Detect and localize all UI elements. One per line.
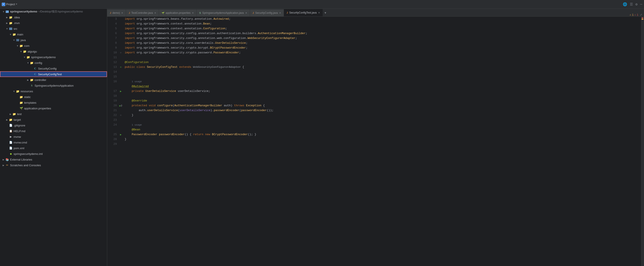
code-line-16-usage: 1 usage — [125, 79, 641, 84]
tab-close-demo[interactable]: ✕ — [121, 12, 123, 14]
fold-icon-22[interactable]: ⊖ — [120, 114, 122, 116]
gutter-run-20[interactable]: ▶ — [119, 104, 121, 107]
xml-icon: 📄 — [9, 146, 13, 150]
sidebar-item-src[interactable]: ▼ src — [0, 26, 107, 32]
gutter-24b — [118, 127, 123, 132]
sidebar-item-com[interactable]: ▼ 📁 com — [0, 43, 107, 48]
line-num-13: 13 — [107, 65, 117, 70]
gutter-6 — [118, 31, 123, 36]
sidebar-item-gitignore[interactable]: ▶ 📄 .gitignore — [0, 122, 107, 128]
gutter-8 — [118, 41, 123, 46]
props-icon-application: 🌱 — [19, 106, 23, 110]
settings-icon[interactable]: ⚙ — [636, 2, 638, 6]
gutter-5 — [118, 26, 123, 31]
tab-close-application[interactable]: ✕ — [192, 12, 194, 14]
gutter-20: ▶ @ — [118, 103, 123, 108]
fold-icon-13[interactable]: ⊖ — [120, 66, 122, 68]
sidebar-item-idea[interactable]: ▶ 📁 .idea — [0, 14, 107, 20]
line-num-12: 12 — [107, 60, 117, 65]
line-num-29: 29 — [107, 142, 117, 146]
editor-indicators: ⚠ 1 ⚠ 1 ⤢ — [630, 13, 644, 16]
tab-securityconfig[interactable]: J SecurityConfig.java ✕ — [250, 10, 284, 16]
sidebar-item-static[interactable]: ▶ 📁 static — [0, 94, 107, 100]
code-editor[interactable]: import org.springframework.beans.factory… — [123, 16, 641, 266]
arrow-target: ▶ — [5, 118, 9, 122]
tab-securityconfigtest[interactable]: J SecurityConfigTest.java ✕ — [284, 9, 323, 16]
application-props-label: application.properties — [24, 107, 51, 110]
sidebar-item-pomxml[interactable]: ▶ 📄 pom.xml — [0, 145, 107, 151]
layout-icon[interactable]: ☰ — [630, 2, 633, 6]
svg-text:P: P — [3, 3, 4, 6]
sidebar-item-helpmd[interactable]: ▶ 📋 HELP.md — [0, 128, 107, 134]
line-num-8: 8 — [107, 41, 117, 46]
sidebar-item-config[interactable]: ▼ 📁 config — [0, 60, 107, 66]
sidebar-item-application-props[interactable]: ▶ 🌱 application.properties — [0, 106, 107, 111]
sidebar-item-templates[interactable]: ▶ 📁 templates — [0, 100, 107, 106]
tab-close-securityconfig[interactable]: ✕ — [279, 12, 281, 14]
sidebar-item-test[interactable]: ▶ 📁 test — [0, 111, 107, 117]
folder-icon-com: 📁 — [19, 44, 23, 48]
test-label: test — [17, 112, 22, 116]
sidebar-item-springsecuritydemo-folder[interactable]: ▼ 📁 springsecuritydemo — [0, 54, 107, 60]
code-line-24: @Bean — [125, 127, 641, 132]
globe-icon[interactable]: 🌐 — [623, 2, 627, 6]
line-num-21: 21 — [107, 108, 117, 113]
sidebar-item-java[interactable]: ▼ J java — [0, 37, 107, 43]
arrow-scratches: ▶ — [2, 164, 5, 167]
securityconfigtest-label: SecurityConfigTest — [38, 72, 62, 76]
sidebar: ▼ springsecuritydemo ~/Desktop/项目/spring… — [0, 9, 107, 266]
expand-icon[interactable]: ⤢ — [640, 13, 642, 16]
gutter-12 — [118, 60, 123, 65]
project-dropdown-arrow[interactable]: ▼ — [16, 3, 17, 6]
code-line-10: import org.springframework.security.cryp… — [125, 50, 641, 55]
sidebar-item-project-root[interactable]: ▼ springsecuritydemo ~/Desktop/项目/spring… — [0, 9, 107, 14]
sidebar-item-iml[interactable]: ▶ ◆ springsecuritydemo.iml — [0, 151, 107, 156]
tab-close-springsecurity[interactable]: ✕ — [245, 12, 247, 14]
main-layout: ▼ springsecuritydemo ~/Desktop/项目/spring… — [0, 9, 644, 266]
folder-icon-target: 📁 — [9, 118, 13, 122]
gutter-16b — [118, 84, 123, 89]
line-num-25: 25 — [107, 132, 117, 137]
tab-close-securityconfigtest[interactable]: ✕ — [318, 12, 320, 14]
tab-application[interactable]: 🌱 application.properties ✕ — [159, 10, 197, 16]
tab-icon-securityconfig: J — [253, 12, 254, 14]
tab-more-button[interactable]: ▼ — [323, 10, 328, 16]
line-num-9: 9 — [107, 46, 117, 50]
sidebar-item-mvnwcmd[interactable]: ▶ 📄 mvnw.cmd — [0, 140, 107, 145]
tab-testcontroller[interactable]: J TestController.java ✕ — [126, 10, 159, 16]
minimize-icon[interactable]: — — [640, 2, 642, 6]
gutter: ⊖ ⊖ ▶ ▶ @ — [118, 16, 123, 266]
line-numbers: 3 4 5 6 7 8 9 10 11 12 13 14 15 16 17 18… — [107, 16, 118, 266]
fold-icon-10[interactable]: ⊖ — [120, 52, 122, 54]
sidebar-item-controller[interactable]: ▶ 📁 controller — [0, 77, 107, 83]
gutter-10: ⊖ — [118, 50, 123, 55]
springsecuritydemo-app-label: SpringsecuritydemoApplication — [34, 84, 74, 87]
tab-springsecurity[interactable]: S SpringsecuritydemoApplication.java ✕ — [197, 10, 250, 16]
arrow-test: ▶ — [9, 112, 12, 116]
sidebar-item-mvn[interactable]: ▶ 📁 .mvn — [0, 20, 107, 26]
warning-count: 1 — [632, 13, 634, 16]
folder-icon-main: 📁 — [12, 32, 16, 36]
sidebar-item-springsecuritydemo-app[interactable]: ▶ S SpringsecuritydemoApplication — [0, 83, 107, 88]
gutter-25: ▶ — [118, 132, 123, 137]
sidebar-item-securityconfig[interactable]: ▶ C SecurityConfig — [0, 66, 107, 71]
arrow-atguigu: ▼ — [19, 50, 23, 53]
gutter-23 — [118, 118, 123, 122]
sidebar-item-external-libraries[interactable]: ▶ 📚 External Libraries — [0, 156, 107, 162]
line-num-6: 6 — [107, 31, 117, 36]
sidebar-item-target[interactable]: ▶ 📁 target — [0, 117, 107, 122]
tab-demo[interactable]: J demo) ✕ — [107, 10, 126, 16]
sidebar-item-atguigu[interactable]: ▼ 📁 atguigu — [0, 48, 107, 54]
code-line-25: PasswordEncoder passwordEncoder() { retu… — [125, 132, 641, 137]
class-icon-springapp: S — [30, 84, 34, 88]
sidebar-item-mvnw[interactable]: ▶ ▶ mvnw — [0, 134, 107, 140]
scratches-label: Scratches and Consoles — [10, 164, 41, 167]
sidebar-item-resources[interactable]: ▼ 📁 resources — [0, 88, 107, 94]
sidebar-item-scratches[interactable]: ▶ ✏ Scratches and Consoles — [0, 162, 107, 168]
project-title[interactable]: Project — [6, 2, 15, 6]
src-label: src — [14, 27, 17, 30]
sidebar-item-main[interactable]: ▼ 📁 main — [0, 32, 107, 37]
line-num-3: 3 — [107, 16, 117, 22]
sidebar-item-securityconfigtest[interactable]: ▶ C SecurityConfigTest — [0, 71, 107, 77]
tab-close-testcontroller[interactable]: ✕ — [154, 12, 156, 14]
